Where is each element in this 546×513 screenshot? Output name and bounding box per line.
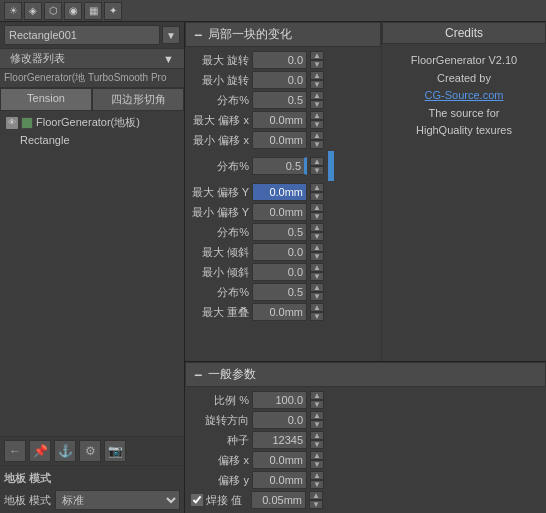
section1-header[interactable]: − 局部一块的变化	[185, 22, 381, 47]
spin-down[interactable]: ▼	[310, 192, 324, 201]
param-max-tilt-input[interactable]	[252, 243, 307, 261]
section1-collapse[interactable]: −	[194, 28, 202, 42]
param-max-offset-x-input[interactable]	[252, 111, 307, 129]
spin-up[interactable]: ▲	[310, 411, 324, 420]
toolbar-icon-grid[interactable]: ▦	[84, 2, 102, 20]
tab-quad-chamfer[interactable]: 四边形切角	[92, 88, 184, 111]
param-seed-input[interactable]	[252, 431, 307, 449]
param-max-offset-y-input[interactable]	[252, 183, 307, 201]
param-min-tilt-input[interactable]	[252, 263, 307, 281]
spin-down[interactable]: ▼	[309, 500, 323, 509]
spin-up[interactable]: ▲	[309, 491, 323, 500]
visibility-icon[interactable]: 👁	[6, 117, 18, 129]
spin-down[interactable]: ▼	[310, 420, 324, 429]
param-offset-x-input[interactable]	[252, 451, 307, 469]
options-icon[interactable]: ⚙	[79, 440, 101, 462]
modifier-dropdown-arrow[interactable]: ▼	[163, 53, 174, 65]
param-max-tilt: 最大 倾斜 ▲ ▼	[191, 243, 375, 261]
param-min-offset-x-spinner: ▲ ▼	[310, 131, 324, 149]
param-max-overlap-label: 最大 重叠	[191, 305, 249, 320]
spin-up[interactable]: ▲	[310, 51, 324, 60]
move-icon[interactable]: ←	[4, 440, 26, 462]
credits-body: FloorGenerator V2.10 Created by CG-Sourc…	[382, 44, 546, 148]
spin-down[interactable]: ▼	[310, 460, 324, 469]
spin-down[interactable]: ▼	[310, 480, 324, 489]
spin-up[interactable]: ▲	[310, 71, 324, 80]
spin-down[interactable]: ▼	[310, 80, 324, 89]
param-min-offset-y-label: 最小 偏移 Y	[191, 205, 249, 220]
spin-down[interactable]: ▼	[310, 232, 324, 241]
param-min-offset-x-input[interactable]	[252, 131, 307, 149]
tree-item-floorgenerator[interactable]: 👁 FloorGenerator(地板)	[2, 113, 182, 132]
object-name-input[interactable]	[4, 25, 160, 45]
toolbar-icon-circle[interactable]: ◉	[64, 2, 82, 20]
anchor-icon[interactable]: ⚓	[54, 440, 76, 462]
spin-up[interactable]: ▲	[310, 471, 324, 480]
toolbar-icon-select[interactable]: ◈	[24, 2, 42, 20]
credits-source-text: The source for	[390, 105, 538, 123]
spin-down[interactable]: ▼	[310, 166, 324, 175]
toolbar-icon-sun[interactable]: ☀	[4, 2, 22, 20]
spin-up[interactable]: ▲	[310, 243, 324, 252]
spin-up[interactable]: ▲	[310, 283, 324, 292]
param-scale-input[interactable]	[252, 391, 307, 409]
section2-header[interactable]: − 一般参数	[185, 362, 546, 387]
param-offset-y-label: 偏移 y	[191, 473, 249, 488]
param-dist4-label: 分布%	[191, 285, 249, 300]
spin-down[interactable]: ▼	[310, 312, 324, 321]
spin-down[interactable]: ▼	[310, 212, 324, 221]
spin-down[interactable]: ▼	[310, 292, 324, 301]
param-offset-y-input[interactable]	[252, 471, 307, 489]
spin-down[interactable]: ▼	[310, 60, 324, 69]
object-menu-btn[interactable]: ▼	[162, 26, 180, 44]
param-dist4-input[interactable]	[252, 283, 307, 301]
param-dist2-input[interactable]	[252, 157, 307, 175]
param-max-rotate-input[interactable]	[252, 51, 307, 69]
toolbar-icon-star[interactable]: ✦	[104, 2, 122, 20]
param-min-rotate-input[interactable]	[252, 71, 307, 89]
spin-up[interactable]: ▲	[310, 391, 324, 400]
spin-up[interactable]: ▲	[310, 131, 324, 140]
param-min-offset-x: 最小 偏移 x ▲ ▼	[191, 131, 375, 149]
pin-icon[interactable]: 📌	[29, 440, 51, 462]
spin-up[interactable]: ▲	[310, 303, 324, 312]
credits-created-by: Created by	[390, 70, 538, 88]
spin-up[interactable]: ▲	[310, 111, 324, 120]
param-rotate-dir-input[interactable]	[252, 411, 307, 429]
weld-value-input[interactable]	[251, 491, 306, 509]
toolbar-icon-hex[interactable]: ⬡	[44, 2, 62, 20]
spin-down[interactable]: ▼	[310, 120, 324, 129]
spin-up[interactable]: ▲	[310, 183, 324, 192]
credits-link[interactable]: CG-Source.com	[390, 87, 538, 105]
spin-down[interactable]: ▼	[310, 100, 324, 109]
spin-down[interactable]: ▼	[310, 140, 324, 149]
spin-up[interactable]: ▲	[310, 451, 324, 460]
spin-down[interactable]: ▼	[310, 252, 324, 261]
spin-up[interactable]: ▲	[310, 157, 324, 166]
param-dist1-spinner: ▲ ▼	[310, 91, 324, 109]
spin-up[interactable]: ▲	[310, 223, 324, 232]
param-dist1-input[interactable]	[252, 91, 307, 109]
weld-checkbox[interactable]	[191, 494, 203, 506]
param-dist4: 分布% ▲ ▼	[191, 283, 375, 301]
param-min-offset-x-label: 最小 偏移 x	[191, 133, 249, 148]
mode-select-dropdown[interactable]: 标准	[55, 490, 180, 510]
param-dist1-label: 分布%	[191, 93, 249, 108]
spin-down[interactable]: ▼	[310, 440, 324, 449]
param-max-overlap-input[interactable]	[252, 303, 307, 321]
spin-down[interactable]: ▼	[310, 272, 324, 281]
param-dist1: 分布% ▲ ▼	[191, 91, 375, 109]
param-dist3-input[interactable]	[252, 223, 307, 241]
spin-up[interactable]: ▲	[310, 203, 324, 212]
spin-down[interactable]: ▼	[310, 400, 324, 409]
camera-icon[interactable]: 📷	[104, 440, 126, 462]
section2-collapse[interactable]: −	[194, 368, 202, 382]
spin-up[interactable]: ▲	[310, 263, 324, 272]
tree-item-rectangle[interactable]: Rectangle	[2, 132, 182, 148]
spin-up[interactable]: ▲	[310, 431, 324, 440]
param-max-overlap-spinner: ▲ ▼	[310, 303, 324, 321]
param-max-offset-x-spinner: ▲ ▼	[310, 111, 324, 129]
tab-tension[interactable]: Tension	[0, 88, 92, 111]
spin-up[interactable]: ▲	[310, 91, 324, 100]
param-min-offset-y-input[interactable]	[252, 203, 307, 221]
